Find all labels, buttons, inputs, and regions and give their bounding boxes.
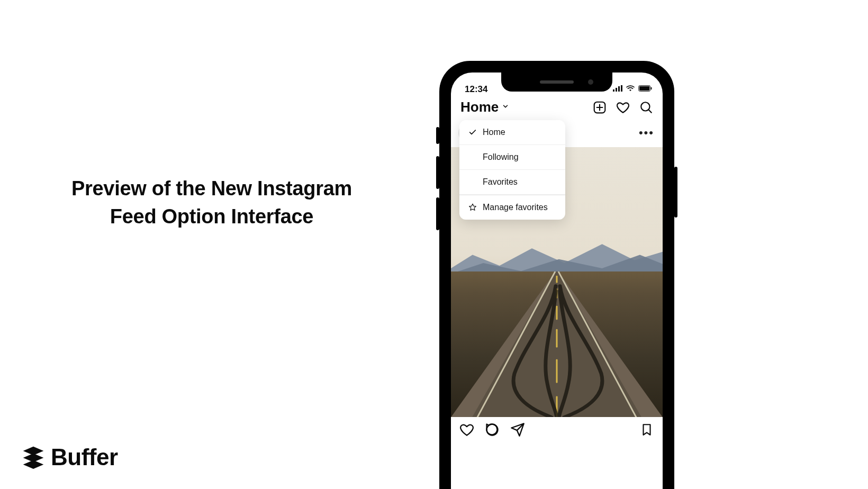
instagram-header: Home (451, 97, 663, 121)
comment-icon[interactable] (485, 422, 500, 437)
share-icon[interactable] (510, 422, 525, 437)
check-icon (468, 128, 477, 137)
dropdown-item-home[interactable]: Home (459, 120, 565, 145)
svg-rect-9 (651, 87, 652, 90)
svg-rect-3 (613, 89, 614, 92)
phone-volume-up (436, 156, 439, 189)
dropdown-item-favorites[interactable]: Favorites (459, 170, 565, 195)
svg-point-22 (487, 424, 498, 436)
feed-selector-label: Home (460, 99, 499, 115)
status-time: 12:34 (465, 84, 487, 95)
svg-marker-2 (23, 460, 44, 469)
cellular-signal-icon (613, 84, 622, 94)
svg-rect-5 (618, 86, 620, 92)
phone-volume-down (436, 197, 439, 230)
phone-power-button (674, 167, 677, 218)
feed-dropdown: Home Following Favorites Manage (459, 120, 565, 220)
buffer-icon (21, 445, 46, 469)
svg-rect-8 (639, 86, 649, 90)
buffer-logo: Buffer (21, 444, 118, 470)
bookmark-icon[interactable] (639, 422, 654, 437)
dropdown-item-label: Manage favorites (483, 203, 548, 212)
chevron-down-icon (502, 103, 509, 112)
battery-icon (638, 84, 652, 94)
new-post-icon[interactable] (593, 101, 607, 114)
feed-selector-button[interactable]: Home (460, 99, 509, 115)
dropdown-item-following[interactable]: Following (459, 145, 565, 170)
dropdown-item-label: Following (483, 152, 519, 162)
post-more-icon[interactable]: ••• (639, 126, 654, 140)
phone-mute-switch (436, 127, 439, 144)
post-action-bar (451, 417, 663, 437)
dropdown-item-label: Home (483, 128, 505, 137)
phone-mockup: 12:34 (439, 61, 674, 489)
svg-rect-6 (621, 85, 622, 92)
svg-rect-4 (616, 88, 617, 92)
wifi-icon (626, 84, 635, 94)
star-outline-icon (468, 203, 477, 212)
dropdown-item-label: Favorites (483, 177, 518, 187)
dropdown-item-manage-favorites[interactable]: Manage favorites (459, 195, 565, 220)
like-heart-icon[interactable] (459, 422, 474, 437)
buffer-wordmark: Buffer (51, 444, 118, 470)
page-headline: Preview of the New Instagram Feed Option… (64, 175, 360, 231)
search-icon[interactable] (639, 101, 653, 114)
phone-notch (501, 73, 612, 92)
activity-heart-icon[interactable] (616, 101, 630, 114)
